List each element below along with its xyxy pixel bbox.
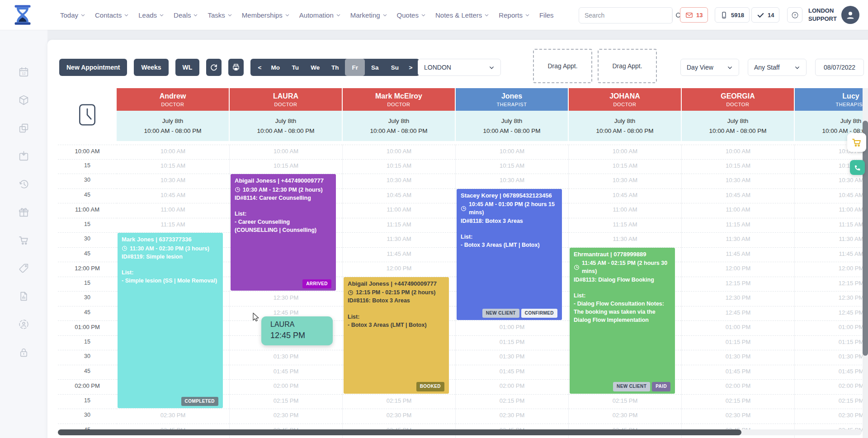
time-slot[interactable]: 11:00 AM: [682, 203, 794, 218]
column-header-andrew[interactable]: AndrewDOCTOR: [117, 88, 230, 111]
time-slot[interactable]: 11:00 AM: [569, 203, 681, 218]
next-day-button[interactable]: >: [405, 61, 416, 74]
time-slot[interactable]: 12:30 PM: [682, 292, 794, 306]
nav-item-quotes[interactable]: Quotes: [397, 11, 426, 19]
day-button-sa[interactable]: Sa: [365, 61, 385, 74]
location-select[interactable]: LONDON: [418, 59, 501, 76]
nav-item-deals[interactable]: Deals: [174, 11, 198, 19]
day-button-su[interactable]: Su: [385, 61, 405, 74]
time-slot[interactable]: 01:45 PM: [230, 365, 342, 380]
time-slot[interactable]: 12:15 PM: [682, 277, 794, 292]
time-slot[interactable]: 12:30 PM: [230, 292, 342, 306]
sidebar-item-package[interactable]: [0, 86, 47, 114]
time-slot[interactable]: 12:00 PM: [795, 262, 868, 277]
time-slot[interactable]: 02:15 PM: [569, 395, 681, 410]
time-slot[interactable]: 11:30 AM: [343, 233, 455, 248]
time-slot[interactable]: 02:15 PM: [230, 395, 342, 410]
time-slot[interactable]: 11:45 AM: [343, 248, 455, 263]
time-slot[interactable]: 11:00 AM: [795, 203, 868, 218]
view-select[interactable]: Day View: [680, 59, 739, 76]
refresh-button[interactable]: [206, 59, 222, 76]
nav-item-reports[interactable]: Reports: [499, 11, 530, 19]
time-slot[interactable]: 10:00 AM: [682, 145, 794, 160]
time-slot[interactable]: 10:15 AM: [117, 160, 229, 174]
time-slot[interactable]: 12:30 PM: [795, 292, 868, 306]
time-slot[interactable]: 10:45 AM: [117, 189, 229, 204]
drag-appointment-slot-1[interactable]: Drag Appt.: [533, 49, 592, 83]
time-slot[interactable]: 01:30 PM: [682, 350, 794, 365]
time-slot[interactable]: 11:00 AM: [343, 203, 455, 218]
time-slot[interactable]: 11:30 AM: [795, 233, 868, 248]
appointment-abigail-joness[interactable]: Abigail Joness | +44749000977712:15 PM -…: [344, 277, 449, 394]
time-slot[interactable]: 11:45 AM: [682, 248, 794, 263]
time-slot[interactable]: 01:30 PM: [456, 350, 568, 365]
day-button-mo[interactable]: Mo: [265, 61, 285, 74]
time-slot[interactable]: 10:00 AM: [569, 145, 681, 160]
sidebar-item-gift[interactable]: [0, 198, 47, 226]
time-slot[interactable]: 10:45 AM: [569, 189, 681, 204]
new-appointment-button[interactable]: New Appointment: [59, 59, 127, 76]
time-slot[interactable]: 02:30 PM: [343, 409, 455, 424]
time-slot[interactable]: 12:45 PM: [795, 306, 868, 321]
column-header-johana[interactable]: JOHANADOCTOR: [569, 88, 682, 111]
time-slot[interactable]: 02:30 PM: [569, 409, 681, 424]
time-slot[interactable]: 10:00 AM: [117, 145, 229, 160]
time-slot[interactable]: 02:00 PM: [795, 380, 868, 395]
time-slot[interactable]: 11:15 AM: [682, 218, 794, 233]
time-slot[interactable]: 10:30 AM: [682, 174, 794, 189]
time-slot[interactable]: 01:00 PM: [682, 321, 794, 336]
time-slot[interactable]: 02:00 PM: [230, 380, 342, 395]
time-slot[interactable]: 01:45 PM: [456, 365, 568, 380]
nav-item-marketing[interactable]: Marketing: [350, 11, 387, 19]
avatar[interactable]: [841, 6, 859, 24]
time-slot[interactable]: 02:30 PM: [682, 409, 794, 424]
time-slot[interactable]: 11:30 AM: [569, 233, 681, 248]
appointment-ehrmantraut[interactable]: Ehrmantraut | 077899988911:45 AM - 02:15…: [570, 248, 675, 394]
time-slot[interactable]: 10:45 AM: [343, 189, 455, 204]
time-slot[interactable]: 02:15 PM: [795, 395, 868, 410]
nav-item-contacts[interactable]: Contacts: [95, 11, 129, 19]
vertical-scrollbar-thumb[interactable]: [863, 121, 868, 356]
time-slot[interactable]: 02:30 PM: [117, 409, 229, 424]
date-picker[interactable]: 08/07/2022: [815, 59, 864, 76]
time-slot[interactable]: 11:45 AM: [795, 248, 868, 263]
column-header-georgia[interactable]: GEORGIADOCTOR: [682, 88, 795, 111]
time-slot[interactable]: 12:45 PM: [682, 306, 794, 321]
help-button[interactable]: ?: [787, 7, 802, 23]
nav-item-notes-letters[interactable]: Notes & Letters: [435, 11, 489, 19]
time-slot[interactable]: 01:00 PM: [456, 321, 568, 336]
time-slot[interactable]: 10:45 AM: [682, 189, 794, 204]
day-button-we[interactable]: We: [305, 61, 325, 74]
appointment-abigail-joness[interactable]: Abigail Joness | +44749000977710:30 AM -…: [231, 174, 336, 291]
time-slot[interactable]: 10:15 AM: [569, 160, 681, 174]
nav-item-memberships[interactable]: Memberships: [242, 11, 290, 19]
sidebar-item-report-chart[interactable]: [0, 282, 47, 310]
column-header-jones[interactable]: JonesTHERAPIST: [456, 88, 569, 111]
time-slot[interactable]: 11:15 AM: [343, 218, 455, 233]
nav-item-tasks[interactable]: Tasks: [208, 11, 232, 19]
time-slot[interactable]: 11:15 AM: [569, 218, 681, 233]
user-menu[interactable]: LONDON SUPPORT: [808, 6, 859, 24]
nav-item-automation[interactable]: Automation: [299, 11, 341, 19]
sidebar-item-price-tag[interactable]: [0, 254, 47, 282]
appointment-mark-jones[interactable]: Mark Jones | 637337733611:30 AM - 02:30 …: [118, 233, 223, 408]
day-button-tu[interactable]: Tu: [285, 61, 305, 74]
time-slot[interactable]: 11:15 AM: [795, 218, 868, 233]
time-slot[interactable]: 01:15 PM: [456, 336, 568, 351]
time-slot[interactable]: 02:00 PM: [682, 380, 794, 395]
horizontal-scrollbar[interactable]: [58, 429, 862, 435]
sidebar-item-calendar-import[interactable]: [0, 142, 47, 170]
nav-item-leads[interactable]: Leads: [138, 11, 164, 19]
time-slot[interactable]: 01:15 PM: [682, 336, 794, 351]
time-slot[interactable]: 01:30 PM: [230, 350, 342, 365]
time-slot[interactable]: 02:30 PM: [230, 409, 342, 424]
day-button-fr[interactable]: Fr: [345, 59, 365, 76]
sidebar-item-user-sync[interactable]: [0, 310, 47, 338]
horizontal-scrollbar-thumb[interactable]: [58, 429, 741, 435]
hourglass-logo-icon[interactable]: [12, 4, 33, 26]
time-slot[interactable]: 11:30 AM: [682, 233, 794, 248]
time-slot[interactable]: 12:15 PM: [795, 277, 868, 292]
time-slot[interactable]: 01:45 PM: [795, 365, 868, 380]
column-header-lucy[interactable]: LucyTHERAPIST: [795, 88, 868, 111]
time-slot[interactable]: 02:15 PM: [343, 395, 455, 410]
